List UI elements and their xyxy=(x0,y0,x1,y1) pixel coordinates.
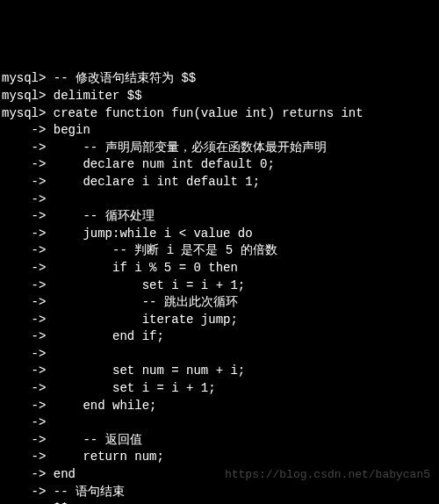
terminal-line-19: -> end while; xyxy=(2,398,437,415)
terminal-output: mysql> -- 修改语句结束符为 $$mysql> delimiter $$… xyxy=(2,70,437,504)
terminal-line-9: -> jump:while i < value do xyxy=(2,226,437,243)
terminal-line-22: -> return num; xyxy=(2,449,437,466)
terminal-line-25: -> $$ xyxy=(2,500,437,504)
watermark-text: https://blog.csdn.net/babycan5 xyxy=(225,467,430,483)
terminal-line-1: mysql> delimiter $$ xyxy=(2,88,437,105)
terminal-line-20: -> xyxy=(2,414,437,432)
terminal-line-7: -> xyxy=(2,191,437,209)
terminal-line-2: mysql> create function fun(value int) re… xyxy=(2,105,437,123)
terminal-line-17: -> set num = num + i; xyxy=(2,363,437,380)
terminal-line-24: -> -- 语句结束 xyxy=(2,484,437,501)
terminal-line-8: -> -- 循环处理 xyxy=(2,208,437,226)
terminal-line-14: -> iterate jump; xyxy=(2,312,437,329)
terminal-line-12: -> set i = i + 1; xyxy=(2,277,437,295)
terminal-line-15: -> end if; xyxy=(2,328,437,346)
terminal-line-4: -> -- 声明局部变量，必须在函数体最开始声明 xyxy=(2,140,437,157)
terminal-line-21: -> -- 返回值 xyxy=(2,432,437,450)
terminal-line-6: -> declare i int default 1; xyxy=(2,174,437,191)
terminal-line-18: -> set i = i + 1; xyxy=(2,380,437,398)
terminal-line-0: mysql> -- 修改语句结束符为 $$ xyxy=(2,70,437,88)
terminal-line-16: -> xyxy=(2,346,437,364)
terminal-line-10: -> -- 判断 i 是不是 5 的倍数 xyxy=(2,242,437,260)
terminal-line-11: -> if i % 5 = 0 then xyxy=(2,260,437,277)
terminal-line-5: -> declare num int default 0; xyxy=(2,156,437,174)
terminal-line-3: -> begin xyxy=(2,122,437,140)
terminal-line-13: -> -- 跳出此次循环 xyxy=(2,294,437,312)
